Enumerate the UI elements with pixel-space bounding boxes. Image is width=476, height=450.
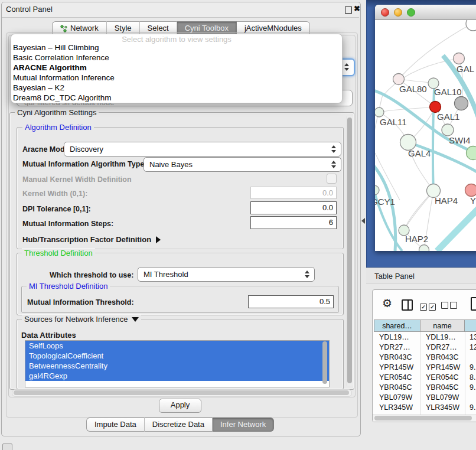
stepper-icon bbox=[331, 161, 337, 169]
close-traffic-light-icon[interactable] bbox=[381, 8, 389, 17]
list-item-selected[interactable]: gal4RGexp bbox=[25, 371, 329, 381]
table-hscrollbar-thumb[interactable] bbox=[374, 416, 472, 420]
minimized-panel-icon[interactable] bbox=[2, 444, 12, 450]
split-columns-icon[interactable] bbox=[402, 299, 413, 311]
dpi-tolerance-label: DPI Tolerance [0,1]: bbox=[22, 205, 91, 213]
dropdown-item[interactable]: Dream8 DC_TDC Algorithm bbox=[13, 93, 112, 103]
table-row[interactable]: YBR043CYBR043C bbox=[374, 353, 476, 363]
table-panel-header: Table Panel bbox=[366, 268, 476, 284]
select-all-checked-icon[interactable]: ✓✓ bbox=[420, 301, 438, 311]
mi-type-combobox[interactable]: Naive Bayes bbox=[144, 157, 341, 172]
algorithm-dropdown: Select algorithm to view settings Bayesi… bbox=[11, 34, 343, 103]
node-gcy1[interactable] bbox=[375, 185, 379, 195]
screen: Control Panel ✖ Network Style Select Cyn… bbox=[0, 0, 476, 450]
apply-button[interactable]: Apply bbox=[159, 399, 201, 413]
mi-type-label: Mutual Information Algorithm Type: bbox=[22, 160, 146, 168]
threshold-definition-title: Threshold Definition bbox=[22, 249, 95, 257]
node-swi4[interactable] bbox=[467, 146, 476, 160]
hub-definition-toggle[interactable]: Hub/Transcription Factor Definition bbox=[22, 235, 161, 244]
table-row[interactable]: YDR27…YDR27…12 bbox=[374, 343, 476, 353]
node-salmon[interactable] bbox=[465, 184, 476, 197]
tab-discretize-data[interactable]: Discretize Data bbox=[145, 418, 213, 432]
node-label: SWI4 bbox=[449, 135, 471, 145]
close-icon[interactable]: ✖ bbox=[354, 4, 360, 13]
network-window-titlebar[interactable] bbox=[375, 5, 476, 20]
manual-kernel-checkbox[interactable] bbox=[327, 174, 337, 184]
node-red-selected[interactable] bbox=[430, 102, 441, 113]
select-none-unchecked-icon[interactable] bbox=[441, 301, 459, 311]
settings-scrollbar-thumb[interactable] bbox=[347, 118, 352, 383]
new-page-icon[interactable] bbox=[471, 297, 476, 311]
sources-toggle[interactable]: Sources for Network Inference bbox=[22, 315, 141, 324]
manual-kernel-label: Manual Kernel Width Definition bbox=[22, 175, 132, 184]
list-item-selected[interactable]: TopologicalCoefficient bbox=[25, 351, 329, 361]
dropdown-item-selected[interactable]: ARACNE Algorithm bbox=[13, 63, 87, 73]
node-label: HAP2 bbox=[405, 234, 428, 244]
mi-threshold-field[interactable]: 0.5 bbox=[248, 295, 334, 308]
table-row[interactable]: YPR145WYPR145W9. bbox=[374, 363, 476, 373]
tab-infer-network[interactable]: Infer Network bbox=[213, 418, 274, 432]
collapsed-arrow-icon bbox=[156, 236, 161, 243]
network-edge-thick-cyan bbox=[437, 205, 476, 251]
table-panel-title: Table Panel bbox=[374, 272, 415, 281]
mi-steps-field[interactable]: 6 bbox=[250, 216, 337, 229]
list-item-selected[interactable]: SelfLoops bbox=[25, 341, 329, 351]
algorithm-definition-title: Algorithm Definition bbox=[22, 123, 94, 132]
column-header-3[interactable] bbox=[464, 319, 476, 332]
dropdown-item[interactable]: Basic Correlation Inference bbox=[13, 53, 109, 63]
column-header-name[interactable]: name bbox=[420, 319, 465, 332]
kernel-width-label: Kernel Width (0,1): bbox=[22, 190, 87, 198]
dpi-tolerance-field[interactable]: 0.0 bbox=[250, 201, 337, 214]
node-gal11[interactable] bbox=[375, 107, 384, 117]
node-gray[interactable] bbox=[455, 97, 468, 110]
mi-type-value: Naive Bayes bbox=[149, 160, 193, 169]
minimize-traffic-light-icon[interactable] bbox=[394, 8, 402, 17]
list-item-selected[interactable]: BetweennessCentrality bbox=[25, 361, 329, 371]
tab-impute-data[interactable]: Impute Data bbox=[86, 418, 145, 432]
mi-steps-label: Mutual Information Steps: bbox=[22, 220, 113, 228]
divider-collapse-icon[interactable] bbox=[361, 218, 365, 224]
node-gal80[interactable] bbox=[393, 74, 405, 85]
stepper-icon bbox=[305, 270, 310, 279]
mi-threshold-label: Mutual Information Threshold: bbox=[27, 298, 134, 306]
settings-hscrollbar-thumb[interactable] bbox=[14, 390, 349, 395]
dropdown-item[interactable]: Bayesian – Hill Climbing bbox=[13, 43, 99, 53]
kernel-width-field[interactable]: 0.0 bbox=[250, 187, 337, 199]
table-row[interactable]: YDL19…YDL19…13 bbox=[374, 333, 476, 343]
float-window-icon[interactable] bbox=[345, 6, 352, 14]
node[interactable] bbox=[466, 20, 476, 31]
node-label: GCY1 bbox=[375, 197, 395, 207]
dropdown-item[interactable]: Mutual Information Inference bbox=[13, 73, 115, 83]
network-window: GAL GAL80 GAL10 GAL11 GAL1 SWI4 GAL4 GCY… bbox=[375, 5, 476, 251]
node-label: HAP4 bbox=[435, 195, 458, 206]
table-row[interactable]: YBL079WYBL079W bbox=[374, 393, 476, 403]
which-threshold-label: Which threshold to use: bbox=[50, 271, 133, 279]
dropdown-item[interactable]: Bayesian – K2 bbox=[13, 83, 64, 93]
node-label: GAL80 bbox=[399, 84, 427, 94]
gear-icon[interactable]: ⚙ bbox=[382, 298, 392, 309]
table-row[interactable]: YBR045CYBR045C9. bbox=[374, 383, 476, 393]
network-node-labels: GAL GAL80 GAL10 GAL11 GAL1 SWI4 GAL4 GCY… bbox=[375, 64, 476, 244]
table-row[interactable]: YLR345WYLR345W9. bbox=[374, 403, 476, 413]
network-graph: GAL GAL80 GAL10 GAL11 GAL1 SWI4 GAL4 GCY… bbox=[375, 20, 476, 251]
node-label: GAL10 bbox=[434, 87, 462, 97]
zoom-traffic-light-icon[interactable] bbox=[407, 8, 415, 17]
aracne-mode-combobox[interactable]: Discovery bbox=[64, 142, 341, 156]
which-threshold-value: MI Threshold bbox=[144, 270, 188, 279]
node-label: GAL bbox=[457, 64, 474, 74]
node-bottom[interactable] bbox=[419, 245, 429, 252]
panel-title: Control Panel bbox=[6, 5, 53, 14]
group-title: Cyni Algorithm Settings bbox=[15, 108, 99, 117]
list-scrollbar-thumb[interactable] bbox=[322, 341, 327, 384]
node-gal2[interactable] bbox=[454, 53, 465, 64]
data-attributes-list: SelfLoops TopologicalCoefficient Between… bbox=[25, 340, 330, 387]
node-label: GAL4 bbox=[408, 148, 431, 158]
table-row[interactable]: YER054CYER054C8. bbox=[374, 373, 476, 383]
network-icon bbox=[60, 25, 67, 32]
which-threshold-combobox[interactable]: MI Threshold bbox=[138, 267, 315, 282]
stepper-icon bbox=[331, 145, 337, 154]
column-header-shared-name[interactable]: shared… bbox=[374, 319, 420, 332]
expanded-arrow-icon bbox=[132, 317, 139, 322]
node-gal1[interactable] bbox=[442, 124, 454, 136]
bottom-tabs: Impute Data Discretize Data Infer Networ… bbox=[86, 418, 274, 431]
